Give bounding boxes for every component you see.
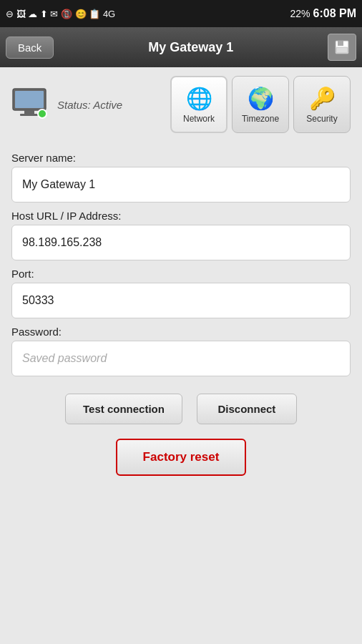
svg-rect-4: [15, 91, 44, 108]
title-bar: Back My Gateway 1: [0, 27, 362, 67]
host-url-input[interactable]: [11, 225, 351, 260]
port-label: Port:: [11, 268, 351, 280]
tab-security-label: Security: [306, 114, 337, 124]
gateway-icon: [11, 87, 50, 122]
factory-reset-row: Factory reset: [11, 439, 351, 476]
time-display: 6:08 PM: [313, 7, 356, 20]
host-url-label: Host URL / IP Address:: [11, 210, 351, 222]
back-label: Back: [18, 42, 41, 54]
status-bar-left: ⊖ 🖼 ☁ ⬆ ✉ 📵 😊 📋 4G: [6, 9, 115, 19]
tab-timezone[interactable]: 🌍 Timezone: [232, 76, 289, 133]
factory-reset-button[interactable]: Factory reset: [116, 439, 247, 476]
tab-timezone-label: Timezone: [242, 114, 279, 124]
test-connection-button[interactable]: Test connection: [65, 394, 182, 424]
timezone-icon: 🌍: [248, 86, 274, 111]
back-button[interactable]: Back: [6, 36, 54, 59]
server-name-label: Server name:: [11, 152, 351, 164]
tab-network-label: Network: [183, 114, 215, 124]
status-section: Status: Active: [11, 87, 122, 122]
top-row: Status: Active 🌐 Network 🌍 Timezone 🔑 Se…: [11, 76, 351, 133]
battery-level: 22%: [290, 8, 310, 19]
active-dot: [37, 109, 47, 119]
form-section: Server name: Host URL / IP Address: Port…: [11, 145, 351, 376]
svg-rect-2: [336, 47, 348, 53]
tabs-section: 🌐 Network 🌍 Timezone 🔑 Security: [170, 76, 351, 133]
page-title: My Gateway 1: [148, 40, 233, 55]
server-name-input[interactable]: [11, 167, 351, 203]
network-icon: 🌐: [186, 86, 212, 111]
svg-rect-6: [20, 114, 39, 116]
password-label: Password:: [11, 326, 351, 338]
save-button[interactable]: [328, 34, 356, 61]
save-icon: [334, 39, 350, 55]
status-bar-right: 22% 6:08 PM: [290, 7, 357, 20]
svg-rect-1: [338, 41, 343, 46]
security-icon: 🔑: [309, 86, 336, 111]
status-bar: ⊖ 🖼 ☁ ⬆ ✉ 📵 😊 📋 4G 22% 6:08 PM: [0, 0, 362, 27]
status-label: Status: Active: [57, 99, 122, 111]
tab-network[interactable]: 🌐 Network: [170, 76, 228, 133]
tab-security[interactable]: 🔑 Security: [293, 76, 351, 133]
password-input[interactable]: [11, 341, 351, 376]
disconnect-button[interactable]: Disconnect: [197, 394, 297, 424]
svg-rect-5: [24, 110, 34, 114]
main-content: Status: Active 🌐 Network 🌍 Timezone 🔑 Se…: [0, 67, 362, 484]
port-input[interactable]: [11, 283, 351, 318]
buttons-row: Test connection Disconnect: [11, 394, 351, 424]
signal-icons: ⊖ 🖼 ☁ ⬆ ✉ 📵 😊 📋 4G: [6, 9, 115, 19]
